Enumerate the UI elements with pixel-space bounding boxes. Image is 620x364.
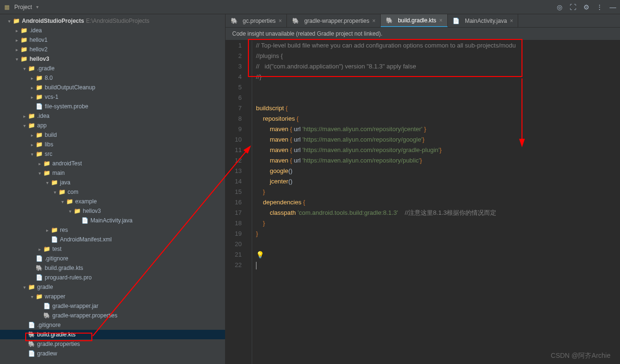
chevron-down-icon[interactable]: ▾ <box>44 180 50 185</box>
code-line[interactable]: //plugins { <box>256 51 620 61</box>
chevron-right-icon[interactable]: ▸ <box>29 76 35 81</box>
chevron-down-icon[interactable]: ▾ <box>21 66 28 71</box>
code-line[interactable]: jcenter() <box>256 176 620 187</box>
chevron-down-icon[interactable]: ▾ <box>36 171 43 176</box>
code-line[interactable]: google() <box>256 166 620 176</box>
tree-row[interactable]: 📄gradlew <box>0 349 225 358</box>
tree-row[interactable]: 📄proguard-rules.pro <box>0 273 225 282</box>
tree-row[interactable]: 📄gradle-wrapper.jar <box>0 301 225 311</box>
code-line[interactable]: repositories { <box>256 114 620 124</box>
tree-row[interactable]: ▸📁.idea <box>0 26 225 35</box>
tree-row[interactable]: ▾📁src <box>0 149 225 159</box>
code-line[interactable]: } <box>256 187 620 197</box>
chevron-right-icon[interactable]: ▸ <box>44 228 50 233</box>
chevron-right-icon[interactable]: ▸ <box>13 38 20 43</box>
code-line[interactable]: } <box>256 229 620 239</box>
tree-row[interactable]: 🐘gradle-wrapper.properties <box>0 311 225 320</box>
code-content[interactable]: // Top-level build file where you can ad… <box>252 40 620 364</box>
chevron-down-icon[interactable]: ▾ <box>51 190 58 195</box>
code-line[interactable] <box>256 93 620 103</box>
tree-row[interactable]: ▾📁wrapper <box>0 292 225 301</box>
code-line[interactable]: maven { url 'https://maven.aliyun.com/re… <box>256 124 620 134</box>
tree-row[interactable]: ▾📁hellov3 <box>0 54 225 64</box>
code-line[interactable]: // id("com.android.application") version… <box>256 61 620 72</box>
chevron-right-icon[interactable]: ▸ <box>13 28 20 33</box>
close-icon[interactable]: × <box>439 17 443 24</box>
project-dropdown[interactable]: ▦ Project ▾ <box>3 3 40 11</box>
code-line[interactable] <box>256 260 620 270</box>
chevron-down-icon[interactable]: ▾ <box>29 152 35 157</box>
tree-row[interactable]: ▾📁java <box>0 178 225 187</box>
tree-row[interactable]: 📄.gitignore <box>0 320 225 330</box>
chevron-down-icon[interactable]: ▾ <box>13 57 20 62</box>
chevron-down-icon[interactable]: ▾ <box>67 209 73 214</box>
tab-gc-properties[interactable]: 🐘gc.properties× <box>226 14 287 27</box>
tree-row[interactable]: 🐘gradle.properties <box>0 339 225 349</box>
code-editor[interactable]: 12345678910111213141516171819202122 // T… <box>226 40 620 364</box>
tree-row[interactable]: 📄.gitignore <box>0 254 225 263</box>
chevron-right-icon[interactable]: ▸ <box>29 133 35 138</box>
kebab-icon[interactable]: ⋮ <box>595 3 604 11</box>
tree-row[interactable]: ▸📁hellov1 <box>0 35 225 45</box>
expand-icon[interactable]: ⛶ <box>569 3 577 11</box>
tree-row[interactable]: ▸📁buildOutputCleanup <box>0 83 225 92</box>
chevron-down-icon[interactable]: ▾ <box>21 123 28 128</box>
code-line[interactable]: } <box>256 218 620 229</box>
chevron-right-icon[interactable]: ▸ <box>21 114 28 119</box>
tab-MainActivity-java[interactable]: 📄MainActivity.java× <box>448 14 519 27</box>
tree-row[interactable]: ▸📁test <box>0 244 225 254</box>
code-line[interactable]: maven { url 'https://maven.aliyun.com/re… <box>256 134 620 145</box>
tree-row[interactable]: ▾📁hellov3 <box>0 206 225 216</box>
tree-row[interactable]: 🐘build.gradle.kts <box>0 330 225 339</box>
tree-row[interactable]: ▾📁AndroidStudioProjects E:\AndroidStudio… <box>0 16 225 26</box>
tree-row[interactable]: ▸📁libs <box>0 140 225 149</box>
insight-banner[interactable]: Code insight unavailable (related Gradle… <box>226 28 620 40</box>
tree-row[interactable]: ▸📁vcs-1 <box>0 92 225 102</box>
close-icon[interactable]: × <box>510 18 513 24</box>
chevron-right-icon[interactable]: ▸ <box>36 247 43 252</box>
chevron-right-icon[interactable]: ▸ <box>29 142 35 147</box>
tree-row[interactable]: ▸📁hellov2 <box>0 45 225 54</box>
chevron-down-icon[interactable]: ▾ <box>6 19 12 24</box>
tab-gradle-wrapper-properties[interactable]: 🐘gradle-wrapper.properties× <box>287 14 381 27</box>
code-line[interactable]: 💡 <box>256 249 620 260</box>
chevron-down-icon[interactable]: ▾ <box>21 285 28 290</box>
chevron-right-icon[interactable]: ▸ <box>29 95 35 100</box>
code-line[interactable]: //} <box>256 72 620 82</box>
minimize-icon[interactable]: — <box>609 3 617 11</box>
tab-build-gradle-kts[interactable]: 🐘build.gradle.kts× <box>381 14 448 27</box>
tree-row[interactable]: ▾📁gradle <box>0 282 225 292</box>
close-icon[interactable]: × <box>372 18 375 24</box>
tree-row[interactable]: ▾📁app <box>0 121 225 130</box>
chevron-down-icon[interactable]: ▾ <box>29 294 35 299</box>
code-line[interactable] <box>256 82 620 93</box>
tree-row[interactable]: ▸📁.idea <box>0 111 225 121</box>
project-sidebar[interactable]: ▾📁AndroidStudioProjects E:\AndroidStudio… <box>0 14 226 364</box>
tree-row[interactable]: ▾📁main <box>0 168 225 178</box>
code-line[interactable]: maven { url 'https://maven.aliyun.com/re… <box>256 155 620 166</box>
tree-row[interactable]: ▾📁example <box>0 197 225 206</box>
tree-row[interactable]: ▸📁8.0 <box>0 73 225 83</box>
code-line[interactable]: classpath 'com.android.tools.build:gradl… <box>256 208 620 218</box>
tree-row[interactable]: ▾📁com <box>0 187 225 197</box>
gear-icon[interactable]: ⚙ <box>582 3 590 11</box>
code-line[interactable] <box>256 239 620 249</box>
close-icon[interactable]: × <box>278 18 282 24</box>
chevron-down-icon[interactable]: ▾ <box>59 199 66 204</box>
target-icon[interactable]: ◎ <box>555 3 564 11</box>
chevron-right-icon[interactable]: ▸ <box>29 85 35 90</box>
tree-row[interactable]: 🐘build.gradle.kts <box>0 263 225 273</box>
tree-row[interactable]: 📄AndroidManifest.xml <box>0 235 225 244</box>
code-line[interactable]: dependencies { <box>256 197 620 208</box>
code-line[interactable]: // Top-level build file where you can ad… <box>256 40 620 51</box>
tree-row[interactable]: ▸📁res <box>0 225 225 235</box>
chevron-right-icon[interactable]: ▸ <box>13 47 20 52</box>
tree-row[interactable]: ▾📁.gradle <box>0 64 225 73</box>
code-line[interactable]: maven { url 'https://maven.aliyun.com/re… <box>256 145 620 155</box>
tree-row[interactable]: 📄file-system.probe <box>0 102 225 111</box>
code-line[interactable]: buildscript { <box>256 103 620 114</box>
tree-row[interactable]: ▸📁androidTest <box>0 159 225 168</box>
tree-row[interactable]: ▸📁build <box>0 130 225 140</box>
chevron-right-icon[interactable]: ▸ <box>36 161 43 166</box>
tree-row[interactable]: 📄MainActivity.java <box>0 216 225 225</box>
